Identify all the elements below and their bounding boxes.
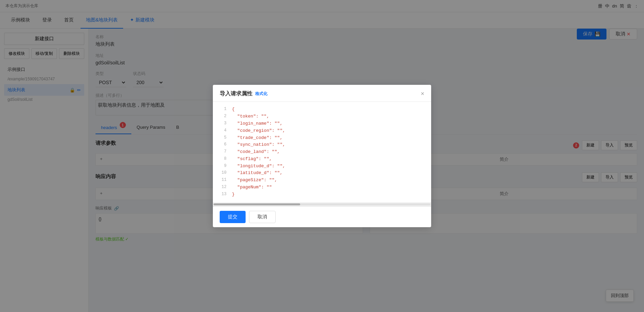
code-line: 6 "sync_nation": "", [213,141,431,149]
line-content: "latitude_d": "", [232,170,282,177]
line-content: "code_region": "", [232,127,285,135]
modal-footer: 提交 取消 [213,206,431,227]
horizontal-scrollbar[interactable] [213,202,431,206]
line-content: "login_name": "", [232,120,282,127]
code-line: 1{ [213,106,431,113]
code-line: 12 "pageNum": "" [213,184,431,191]
modal: 导入请求属性 格式化 × 1{2 "token": "",3 "login_na… [213,85,431,227]
line-content: "longitude_d": "", [232,163,285,170]
line-content: } [232,191,235,198]
line-content: { [232,106,235,113]
line-content: "pageSize": "", [232,177,277,184]
line-number: 7 [217,149,226,155]
modal-title: 导入请求属性 格式化 [220,90,267,97]
modal-submit-button[interactable]: 提交 [220,211,246,223]
code-line: 10 "latitude_d": "", [213,170,431,177]
modal-close-button[interactable]: × [421,90,424,97]
line-number: 9 [217,163,226,169]
line-content: "trade_code": "", [232,135,282,142]
line-number: 6 [217,141,226,148]
code-line: 3 "login_name": "", [213,120,431,127]
line-content: "token": "", [232,113,269,120]
code-line: 5 "trade_code": "", [213,135,431,142]
code-line: 4 "code_region": "", [213,127,431,135]
modal-cancel-button[interactable]: 取消 [249,211,276,223]
modal-body: 1{2 "token": "",3 "login_name": "",4 "co… [213,102,431,206]
line-number: 3 [217,120,226,127]
line-number: 1 [217,106,226,112]
line-content: "code_land": "", [232,149,280,156]
line-number: 5 [217,135,226,141]
code-line: 8 "scflag": "", [213,156,431,163]
code-line: 2 "token": "", [213,113,431,120]
line-number: 13 [217,191,226,198]
code-line: 11 "pageSize": "", [213,177,431,184]
line-content: "scflag": "", [232,156,272,163]
modal-overlay: 导入请求属性 格式化 × 1{2 "token": "",3 "login_na… [0,0,644,312]
line-content: "pageNum": "" [232,184,272,191]
line-number: 4 [217,127,226,134]
code-line: 7 "code_land": "", [213,149,431,156]
line-number: 12 [217,184,226,190]
line-number: 10 [217,170,226,176]
code-line: 13} [213,191,431,198]
line-content: "sync_nation": "", [232,141,285,149]
code-line: 9 "longitude_d": "", [213,163,431,170]
line-number: 8 [217,156,226,162]
modal-header: 导入请求属性 格式化 × [213,85,431,102]
code-editor[interactable]: 1{2 "token": "",3 "login_name": "",4 "co… [213,102,431,202]
modal-format-button[interactable]: 格式化 [255,91,267,97]
line-number: 11 [217,177,226,183]
line-number: 2 [217,113,226,120]
